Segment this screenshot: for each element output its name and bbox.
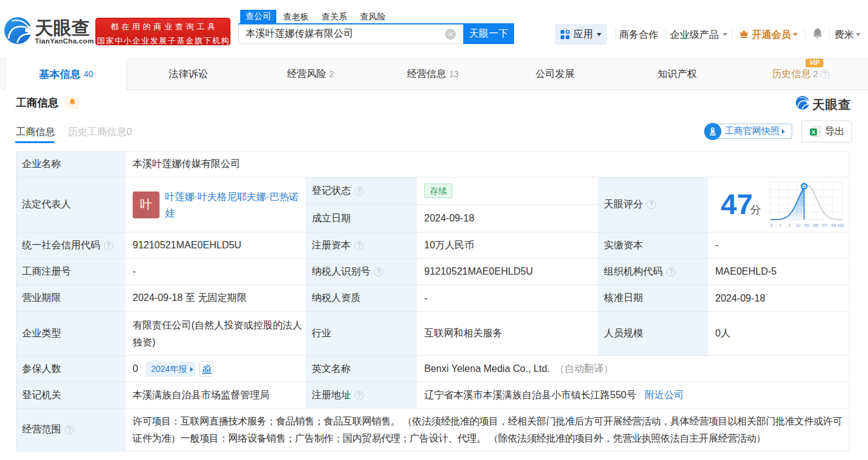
svg-text:1: 1	[779, 223, 782, 228]
svg-text:100: 100	[837, 223, 844, 228]
svg-text:99: 99	[831, 223, 836, 228]
svg-text:50: 50	[804, 223, 809, 228]
svg-text:10: 10	[796, 223, 801, 228]
svg-text:3: 3	[788, 223, 790, 228]
svg-text:85: 85	[814, 223, 818, 228]
svg-text:97: 97	[822, 223, 827, 228]
svg-text:0: 0	[770, 223, 773, 228]
svg-text:X: X	[811, 129, 815, 135]
